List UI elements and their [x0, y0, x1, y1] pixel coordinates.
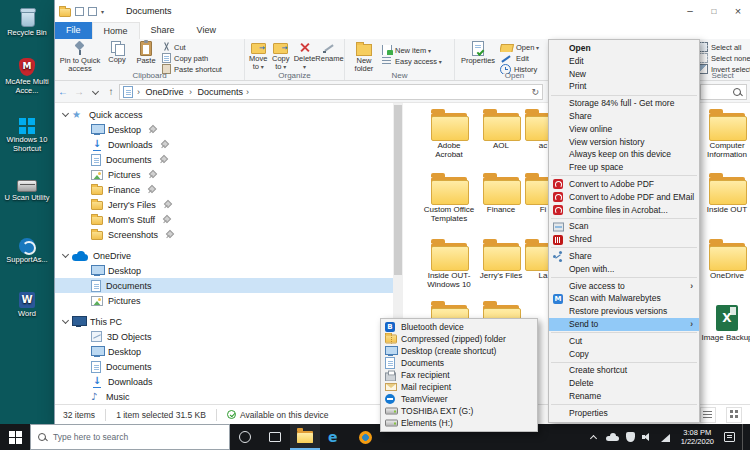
desktop-icon[interactable]: Windows 10 Shortcut — [2, 118, 52, 153]
nav-item[interactable]: Music — [55, 389, 393, 404]
open-button[interactable]: Open — [500, 42, 550, 52]
nav-item[interactable]: Finance — [55, 182, 393, 197]
send-to-menu-item[interactable]: Elements (H:) — [381, 417, 537, 429]
context-menu-item[interactable]: New — [549, 68, 699, 81]
context-menu-item[interactable]: Open — [549, 42, 699, 55]
up-button[interactable] — [103, 86, 119, 97]
send-to-menu-item[interactable]: TeamViewer — [381, 393, 537, 405]
send-to-menu-item[interactable]: Fax recipient — [381, 369, 537, 381]
desktop-icon[interactable]: Recycle Bin — [2, 6, 52, 38]
nav-item[interactable]: Pictures — [55, 293, 393, 308]
chevron-down-icon[interactable] — [61, 251, 70, 260]
properties-button[interactable]: Properties — [458, 41, 498, 65]
context-menu-item[interactable]: Create shortcut — [549, 364, 699, 377]
nav-item[interactable]: Screenshots — [55, 227, 393, 242]
recent-locations-dropdown[interactable] — [87, 86, 103, 97]
chevron-down-icon[interactable] — [61, 317, 70, 326]
context-menu-item[interactable]: Always keep on this device — [549, 148, 699, 161]
nav-item[interactable]: Desktop — [55, 122, 393, 137]
context-menu-item[interactable]: Storage 84% full - Get more — [549, 97, 699, 110]
context-menu-item[interactable]: View version history — [549, 136, 699, 149]
forward-button[interactable] — [71, 86, 87, 97]
file-tile[interactable]: Custom Office Templates — [423, 173, 475, 223]
network-tray-icon[interactable] — [661, 433, 671, 442]
context-menu-item[interactable]: Convert to Adobe PDF and EMail — [549, 191, 699, 204]
qat-customize-icon[interactable] — [101, 6, 104, 16]
context-menu-item[interactable]: Scan with Malwarebytes — [549, 292, 699, 305]
file-tile[interactable]: Adobe Acrobat — [423, 109, 475, 159]
context-menu-item[interactable]: Give access to — [549, 280, 699, 293]
close-button[interactable] — [726, 0, 750, 22]
tray-expand-button[interactable] — [589, 433, 599, 442]
paste-button[interactable]: Paste — [132, 41, 160, 65]
nav-item[interactable]: OneDrive — [55, 248, 393, 263]
select-all-button[interactable]: Select all — [698, 42, 750, 52]
breadcrumb-item[interactable]: Documents — [198, 87, 244, 97]
context-menu-item[interactable]: Scan — [549, 220, 699, 233]
context-menu-item[interactable]: View online — [549, 123, 699, 136]
context-menu-item[interactable]: Shred — [549, 233, 699, 246]
back-button[interactable] — [55, 86, 71, 97]
new-folder-button[interactable]: New folder — [348, 41, 380, 73]
context-menu-item[interactable]: Cut — [549, 335, 699, 348]
rename-button[interactable]: Rename — [318, 41, 341, 63]
icons-view-button[interactable] — [726, 407, 742, 423]
cut-button[interactable]: Cut — [162, 42, 234, 52]
nav-item[interactable]: Documents — [55, 278, 393, 293]
chevron-down-icon[interactable] — [61, 110, 70, 119]
desktop-icon[interactable]: U Scan Utility — [2, 180, 52, 203]
nav-item[interactable]: Downloads — [55, 137, 393, 152]
send-to-menu-item[interactable]: Desktop (create shortcut) — [381, 345, 537, 357]
action-center-button[interactable] — [724, 432, 735, 442]
copy-to-button[interactable]: Copy to — [271, 41, 292, 71]
send-to-menu-item[interactable]: TOSHIBA EXT (G:) — [381, 405, 537, 417]
context-menu-item[interactable]: Send to — [549, 318, 699, 331]
maximize-button[interactable] — [702, 0, 726, 22]
start-button[interactable] — [0, 424, 30, 450]
send-to-menu-item[interactable]: Mail recipient — [381, 381, 537, 393]
file-tile[interactable]: Inside OUT-Windows 10 — [423, 239, 475, 289]
desktop-icon[interactable]: McAfee Multi Acce... — [2, 58, 52, 95]
context-menu-item[interactable]: Print — [549, 80, 699, 93]
show-desktop-button[interactable] — [742, 424, 747, 450]
ribbon-tab[interactable]: Home — [92, 22, 140, 39]
refresh-icon[interactable] — [531, 87, 539, 97]
ribbon-tab[interactable]: Share — [140, 22, 186, 39]
nav-item[interactable]: Desktop — [55, 344, 393, 359]
address-bar[interactable]: OneDrive Documents — [119, 84, 543, 100]
file-tile[interactable]: Image Backup — [701, 301, 750, 342]
file-explorer-button[interactable] — [290, 424, 320, 450]
context-menu-item[interactable]: Rename — [549, 390, 699, 403]
context-menu-item[interactable]: Combine files in Acrobat... — [549, 204, 699, 217]
nav-item[interactable]: 3D Objects — [55, 329, 393, 344]
nav-item[interactable]: Desktop — [55, 263, 393, 278]
context-menu-item[interactable]: Open with... — [549, 263, 699, 276]
breadcrumb-item[interactable]: OneDrive — [146, 87, 184, 97]
select-none-button[interactable]: Select none — [698, 53, 750, 63]
volume-tray-icon[interactable] — [642, 432, 654, 442]
nav-item[interactable]: Documents — [55, 359, 393, 374]
edge-button[interactable] — [320, 424, 350, 450]
browser-button[interactable] — [350, 424, 380, 450]
clock[interactable]: 3:08 PM 1/22/2020 — [678, 428, 717, 446]
context-menu-item[interactable]: Share — [549, 110, 699, 123]
context-menu-item[interactable]: Share — [549, 250, 699, 263]
context-menu-item[interactable]: Edit — [549, 55, 699, 68]
minimize-button[interactable] — [678, 0, 702, 22]
nav-item[interactable]: Documents — [55, 152, 393, 167]
context-menu-item[interactable]: Free up space — [549, 161, 699, 174]
send-to-menu-item[interactable]: Documents — [381, 357, 537, 369]
context-menu-item[interactable]: Restore previous versions — [549, 305, 699, 318]
new-item-button[interactable]: New item — [382, 45, 448, 55]
nav-item[interactable]: Pictures — [55, 167, 393, 182]
nav-item[interactable]: Jerry's Files — [55, 197, 393, 212]
nav-scrollbar-thumb[interactable] — [394, 105, 402, 275]
nav-item[interactable]: This PC — [55, 314, 393, 329]
ribbon-tab[interactable]: File — [55, 22, 92, 39]
context-menu-item[interactable]: Delete — [549, 377, 699, 390]
context-menu-item[interactable]: Copy — [549, 348, 699, 361]
pin-to-quick-access-button[interactable]: Pin to Quick access — [58, 41, 102, 73]
file-tile[interactable]: Inside OUT — [701, 173, 750, 214]
qat-properties-icon[interactable] — [75, 7, 84, 16]
nav-item[interactable]: Quick access — [55, 107, 393, 122]
